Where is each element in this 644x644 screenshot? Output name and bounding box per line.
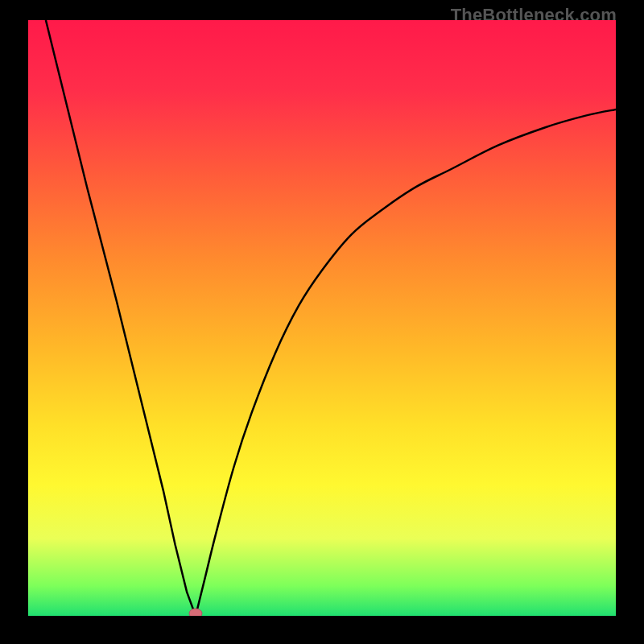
- chart-canvas: TheBottleneck.com: [0, 0, 644, 644]
- right-branch-path: [196, 109, 616, 616]
- left-branch-path: [46, 20, 196, 616]
- plot-area: [28, 20, 616, 616]
- curve-svg: [28, 20, 616, 616]
- bottleneck-point-marker: [189, 609, 202, 616]
